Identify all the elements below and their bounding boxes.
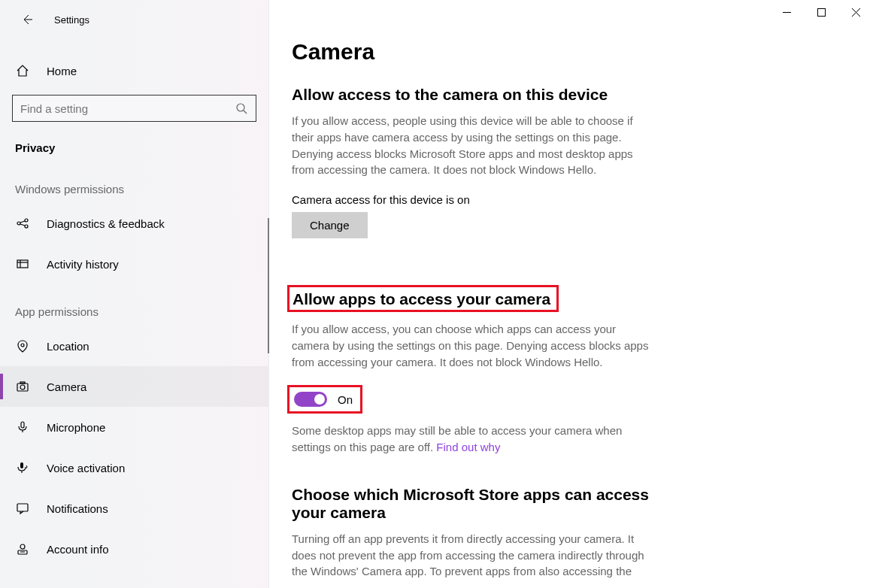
feedback-icon [15,217,30,230]
section1-heading: Allow access to the camera on this devic… [292,86,843,104]
group-header-windows-permissions: Windows permissions [0,162,268,203]
allow-apps-toggle[interactable] [294,392,327,407]
svg-point-4 [25,225,28,228]
window-controls [769,0,873,24]
svg-point-2 [17,222,20,225]
sidebar-item-label: Account info [47,543,109,556]
back-arrow-icon [21,14,33,26]
history-icon [15,257,30,271]
sidebar-item-camera[interactable]: Camera [0,366,268,407]
home-icon [15,64,30,77]
section2-note: Some desktop apps may still be able to a… [292,423,645,456]
search-input[interactable] [20,102,235,115]
titlebar: Settings [0,6,268,33]
sidebar-item-label: Diagnostics & feedback [47,217,165,230]
sidebar-item-notifications[interactable]: Notifications [0,488,268,529]
svg-line-6 [20,224,25,226]
svg-point-0 [237,104,244,111]
highlight-section2-heading: Allow apps to access your camera [287,285,559,312]
svg-point-19 [20,544,25,549]
svg-line-5 [20,221,25,223]
sidebar-item-account-info[interactable]: Account info [0,529,268,569]
voice-icon [15,461,30,474]
section1-body: If you allow access, people using this d… [292,113,653,178]
sidebar-item-label: Notifications [47,502,108,515]
microphone-icon [15,420,30,434]
camera-icon [15,380,30,393]
group-header-app-permissions: App permissions [0,284,268,326]
minimize-icon [783,8,791,17]
minimize-button[interactable] [769,0,804,24]
change-button[interactable]: Change [292,212,368,238]
search-box[interactable] [12,95,256,122]
svg-rect-13 [20,382,25,383]
sidebar-item-label: Camera [47,380,86,393]
sidebar-item-label: Activity history [47,258,119,271]
search-icon [235,102,248,114]
sidebar-item-voice-activation[interactable]: Voice activation [0,447,268,488]
home-button[interactable]: Home [0,51,268,90]
toggle-state-label: On [338,393,353,406]
close-icon [852,8,860,17]
sidebar-item-activity-history[interactable]: Activity history [0,244,268,284]
main-content: Camera Allow access to the camera on thi… [269,0,873,588]
svg-point-10 [21,344,24,347]
sidebar-item-label: Microphone [47,421,105,434]
sidebar-item-label: Voice activation [47,462,125,474]
close-button[interactable] [838,0,873,24]
account-icon [15,542,30,556]
section3-body: Turning off an app prevents it from dire… [292,531,653,580]
camera-access-status: Camera access for this device is on [292,193,843,206]
svg-point-12 [20,385,25,389]
app-title: Settings [54,14,89,26]
section2-body: If you allow access, you can choose whic… [292,321,653,370]
highlight-toggle: On [287,385,362,414]
svg-rect-16 [20,462,23,468]
svg-line-1 [244,111,247,114]
maximize-button[interactable] [804,0,838,24]
svg-rect-14 [21,422,24,428]
svg-rect-7 [17,260,28,268]
location-icon [15,339,30,353]
sidebar-item-diagnostics[interactable]: Diagnostics & feedback [0,203,268,244]
section3-heading: Choose which Microsoft Store apps can ac… [292,486,668,522]
section2-heading: Allow apps to access your camera [293,290,550,308]
toggle-knob [314,394,325,405]
notifications-icon [15,502,30,515]
sidebar-item-label: Location [47,340,89,353]
svg-point-3 [25,219,28,222]
home-label: Home [47,65,77,77]
sidebar: Settings Home Privacy Windows permission… [0,0,269,588]
find-out-why-link[interactable]: Find out why [436,441,500,453]
maximize-icon [817,8,826,17]
sidebar-item-location[interactable]: Location [0,326,268,366]
sidebar-item-microphone[interactable]: Microphone [0,407,268,447]
back-button[interactable] [20,12,35,27]
page-section-title: Privacy [0,128,268,162]
page-title: Camera [292,39,843,65]
svg-rect-18 [17,504,28,511]
svg-rect-23 [817,8,825,16]
